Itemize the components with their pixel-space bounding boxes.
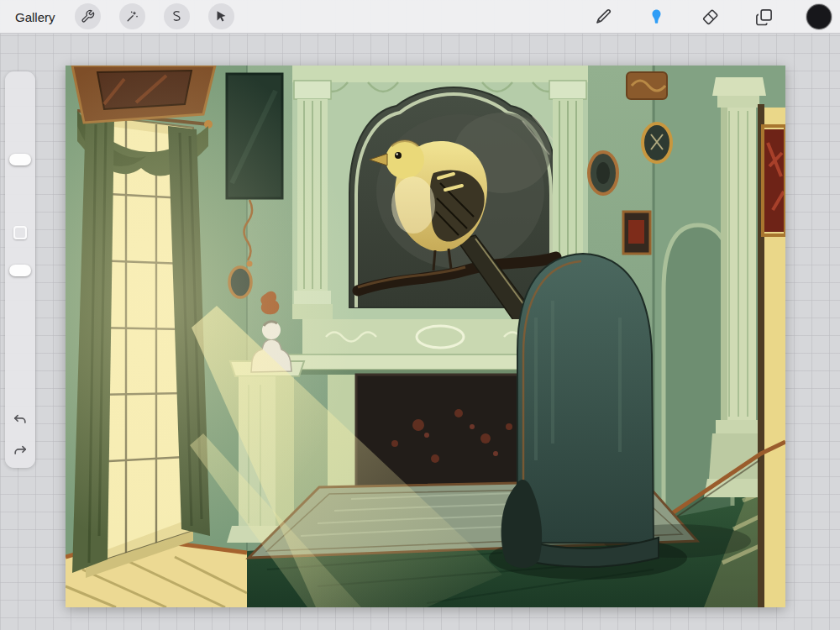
undo-icon [12, 412, 29, 428]
topbar: Gallery [0, 0, 840, 34]
wrench-icon [81, 9, 95, 24]
brush-size-handle[interactable] [9, 154, 31, 165]
gallery-button[interactable]: Gallery [15, 0, 55, 34]
transform-arrow-icon [214, 9, 228, 24]
right-tool-group [591, 0, 832, 34]
brush-icon [593, 8, 612, 27]
modify-button[interactable] [13, 226, 27, 239]
undo-button[interactable] [11, 411, 29, 429]
smudge-icon [647, 8, 666, 27]
selection-s-icon [170, 9, 184, 24]
paint-button[interactable] [591, 6, 613, 28]
brush-sidebar [5, 71, 35, 468]
brush-size-slider[interactable] [5, 76, 35, 221]
opacity-slider[interactable] [5, 239, 35, 384]
canvas[interactable] [66, 66, 785, 607]
layers-button[interactable] [753, 6, 774, 28]
transform-button[interactable] [208, 3, 234, 29]
opacity-handle[interactable] [9, 265, 31, 276]
magic-wand-icon [125, 9, 139, 24]
smudge-button[interactable] [645, 6, 667, 28]
actions-button[interactable] [75, 3, 101, 29]
procreate-app: Gallery [0, 0, 840, 630]
current-color-swatch [806, 4, 832, 29]
redo-icon [12, 443, 29, 459]
layers-icon [754, 8, 774, 27]
selection-button[interactable] [164, 3, 190, 29]
color-button[interactable] [806, 4, 832, 29]
eraser-icon [701, 8, 720, 27]
left-tool-group [75, 3, 234, 29]
erase-button[interactable] [699, 6, 721, 28]
adjustments-button[interactable] [119, 3, 145, 29]
redo-button[interactable] [11, 442, 29, 460]
canvas-artwork [66, 66, 785, 607]
